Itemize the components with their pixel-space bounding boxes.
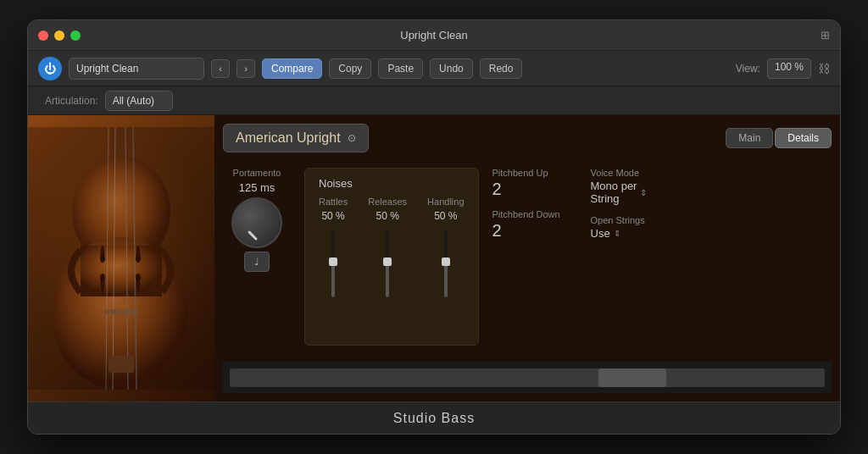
pitchbend-down-value: 2 <box>492 221 577 241</box>
handling-group: Handling 50 % <box>427 197 464 302</box>
toolbar: ⏻ Upright Clean ‹ › Compare Copy Paste U… <box>28 51 840 86</box>
main-panel: American Upright ⊙ Main Details Portamen… <box>214 115 840 401</box>
rattles-slider-container <box>331 225 335 302</box>
rattles-label: Rattles <box>319 197 348 207</box>
voice-mode-item: Voice Mode Mono perString ⇕ <box>591 168 676 205</box>
voice-mode-arrow: ⇕ <box>640 188 647 197</box>
panel-header: American Upright ⊙ Main Details <box>223 124 832 152</box>
releases-label: Releases <box>368 197 407 207</box>
releases-slider-container <box>386 225 389 302</box>
open-strings-value[interactable]: Use ⇕ <box>591 227 676 240</box>
open-strings-item: Open Strings Use ⇕ <box>591 215 676 240</box>
pitchbend-down-label: Pitchbend Down <box>492 209 577 219</box>
releases-thumb[interactable] <box>383 257 392 266</box>
releases-fill <box>386 263 389 297</box>
sliders-row: Rattles 50 % Releases <box>319 197 465 302</box>
releases-value: 50 % <box>376 210 399 222</box>
noises-title: Noises <box>319 177 465 190</box>
keyboard-fill <box>230 368 825 387</box>
view-label: View: <box>736 63 760 75</box>
keyboard-thumb[interactable] <box>598 368 666 387</box>
nav-back-button[interactable]: ‹ <box>211 59 230 78</box>
rattles-thumb[interactable] <box>329 257 337 266</box>
minimize-button[interactable] <box>54 30 64 41</box>
instrument-name: American Upright <box>236 130 341 146</box>
portamento-section: Portamento 125 ms ♩ <box>223 168 291 346</box>
main-window: Upright Clean ⊞ ⏻ Upright Clean ‹ › Comp… <box>27 19 841 435</box>
preset-select[interactable]: Upright Clean <box>69 58 204 80</box>
pitchbend-section: Pitchbend Up 2 Pitchbend Down 2 <box>492 168 577 346</box>
compare-button[interactable]: Compare <box>262 58 322 79</box>
handling-track[interactable] <box>444 230 448 297</box>
pitchbend-up-item: Pitchbend Up 2 <box>492 168 577 199</box>
handling-label: Handling <box>427 197 464 207</box>
rattles-fill <box>331 263 335 297</box>
footer-title: Studio Bass <box>393 411 475 426</box>
portamento-knob[interactable] <box>231 197 282 248</box>
voice-mode-value[interactable]: Mono perString ⇕ <box>591 180 676 205</box>
pitchbend-up-value: 2 <box>492 180 577 199</box>
traffic-lights <box>38 30 81 41</box>
open-strings-label: Open Strings <box>591 215 676 225</box>
panel-tabs: Main Details <box>726 128 832 148</box>
articulation-select[interactable]: All (Auto) <box>105 91 173 111</box>
window-title: Upright Clean <box>400 29 468 42</box>
portamento-value: 125 ms <box>239 181 275 194</box>
footer: Studio Bass <box>28 401 840 434</box>
pitchbend-down-item: Pitchbend Down 2 <box>492 209 577 241</box>
nav-forward-button[interactable]: › <box>236 59 255 78</box>
svg-rect-14 <box>28 127 214 390</box>
instrument-selector-arrow: ⊙ <box>348 132 356 144</box>
power-button[interactable]: ⏻ <box>38 57 62 80</box>
handling-slider-container <box>444 225 448 302</box>
close-button[interactable] <box>38 30 48 41</box>
articulation-label: Articulation: <box>45 95 98 107</box>
link-icon[interactable]: ⛓ <box>818 62 830 75</box>
tab-main[interactable]: Main <box>726 128 773 148</box>
window-icon: ⊞ <box>821 29 830 42</box>
portamento-knob-container <box>231 197 282 248</box>
knob-indicator <box>248 230 258 241</box>
voice-mode-text: Mono perString <box>591 180 637 205</box>
pitchbend-up-label: Pitchbend Up <box>492 168 577 178</box>
portamento-label: Portamento <box>233 168 281 178</box>
noises-section: Noises Rattles 50 % <box>304 168 479 346</box>
copy-button[interactable]: Copy <box>329 58 371 79</box>
bass-illustration <box>28 115 214 401</box>
keyboard-area <box>223 361 832 393</box>
releases-track[interactable] <box>386 230 389 297</box>
voice-mode-label: Voice Mode <box>591 168 676 178</box>
title-bar: Upright Clean ⊞ <box>28 20 840 51</box>
releases-group: Releases 50 % <box>368 197 407 302</box>
rattles-group: Rattles 50 % <box>319 197 348 302</box>
paste-button[interactable]: Paste <box>378 58 423 79</box>
note-button[interactable]: ♩ <box>244 252 270 272</box>
view-value[interactable]: 100 % <box>767 58 811 79</box>
open-strings-arrow: ⇕ <box>614 229 620 238</box>
main-content: American Upright ⊙ Main Details Portamen… <box>28 115 840 401</box>
articulation-bar: Articulation: All (Auto) <box>28 86 840 115</box>
handling-thumb[interactable] <box>442 257 450 266</box>
maximize-button[interactable] <box>70 30 81 41</box>
handling-fill <box>444 263 448 297</box>
rattles-value: 50 % <box>321 210 344 222</box>
undo-button[interactable]: Undo <box>430 58 473 79</box>
instrument-selector[interactable]: American Upright ⊙ <box>223 124 369 152</box>
redo-button[interactable]: Redo <box>480 58 523 79</box>
handling-value: 50 % <box>434 210 457 222</box>
controls-area: Portamento 125 ms ♩ Noises R <box>223 159 832 354</box>
rattles-track[interactable] <box>331 230 335 297</box>
open-strings-text: Use <box>591 227 610 240</box>
keyboard-track[interactable] <box>230 368 825 387</box>
voice-section: Voice Mode Mono perString ⇕ Open Strings… <box>591 168 676 346</box>
bass-image <box>28 115 214 401</box>
tab-details[interactable]: Details <box>775 128 832 148</box>
